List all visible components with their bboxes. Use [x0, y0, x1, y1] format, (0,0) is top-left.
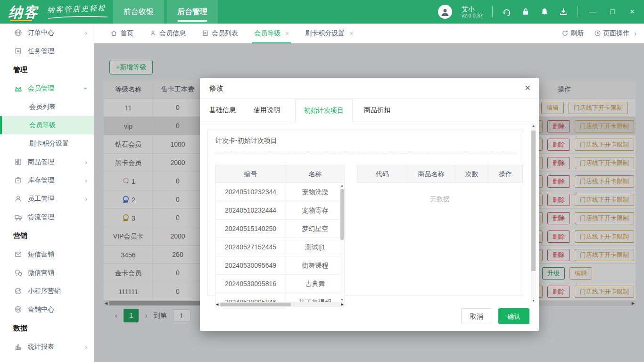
- close-tab-icon[interactable]: ×: [285, 30, 289, 37]
- sidebar-item-货流管理[interactable]: 货流管理: [0, 208, 94, 226]
- count-items-source-table: 编号 名称 20240510232344宠物洗澡20240510232444宠物…: [215, 165, 345, 302]
- count-item-row[interactable]: 20240530095846拉丁舞课程: [215, 293, 344, 302]
- scrollbar-thumb[interactable]: [531, 131, 536, 271]
- scroll-right-icon[interactable]: ▶: [341, 302, 344, 307]
- edit-modal: 修改 × 基础信息使用说明初始计次项目商品折扣 计次卡-初始计次项目 编号 名称…: [200, 78, 539, 331]
- item-id: 20240530095816: [215, 275, 286, 293]
- tab-会员信息[interactable]: 会员信息: [149, 24, 186, 43]
- item-name: 测试tj1: [286, 238, 344, 256]
- sidebar-item-会员管理[interactable]: 会员管理›: [0, 79, 94, 98]
- modal-title: 修改: [209, 84, 223, 93]
- modal-tab-初始计次项目[interactable]: 初始计次项目: [295, 99, 353, 122]
- sidebar-item-任务管理[interactable]: 任务管理: [0, 42, 94, 60]
- count-item-row[interactable]: 20240530095816古典舞: [215, 275, 344, 293]
- modal-tab-使用说明[interactable]: 使用说明: [254, 99, 280, 122]
- source-table-vscrollbar[interactable]: ▲ ▼: [340, 183, 344, 302]
- wechat-icon: [14, 269, 23, 277]
- sidebar-item-员工管理[interactable]: 员工管理›: [0, 189, 94, 208]
- sidebar-item-短信营销[interactable]: 短信营销: [0, 245, 94, 263]
- app-slogan: 纳客管店史轻松: [47, 4, 107, 15]
- target-icon: [14, 305, 23, 314]
- tab-会员列表[interactable]: 会员列表: [202, 24, 238, 43]
- scroll-down-icon[interactable]: ▼: [340, 298, 344, 301]
- col-name: 名称: [286, 165, 344, 182]
- sidebar-item-会员等级[interactable]: 会员等级: [0, 116, 94, 134]
- avatar[interactable]: [438, 5, 452, 19]
- col-id: 编号: [215, 165, 286, 182]
- topnav-后台管理[interactable]: 后台管理: [167, 0, 218, 24]
- selected-items-table: 代码商品名称次数操作 无数据: [357, 165, 523, 302]
- count-item-row[interactable]: 20240515140250梦幻星空: [215, 220, 344, 238]
- scroll-up-icon[interactable]: ▲: [531, 124, 536, 127]
- scroll-down-icon[interactable]: ▼: [531, 299, 536, 302]
- divider: [492, 6, 493, 17]
- item-name: 拉丁舞课程: [286, 293, 344, 302]
- modal-tab-基础信息[interactable]: 基础信息: [209, 99, 236, 122]
- sidebar-item-库存管理[interactable]: 库存管理›: [0, 171, 94, 189]
- dashed-divider: [215, 152, 516, 152]
- divider: [578, 6, 578, 17]
- tab-会员等级[interactable]: 会员等级×: [254, 24, 289, 43]
- chevron-right-icon: ›: [85, 176, 87, 184]
- sidebar: 订单中心›任务管理管理会员管理›会员列表会员等级刷卡积分设置商品管理›库存管理›…: [0, 24, 94, 362]
- count-item-row[interactable]: 20240510232344宠物洗澡: [215, 183, 344, 201]
- modal-tab-商品折扣[interactable]: 商品折扣: [364, 99, 390, 122]
- modal-footer: 取消 确认: [461, 308, 529, 324]
- tab-首页[interactable]: 首页: [110, 24, 133, 43]
- topnav-前台收银[interactable]: 前台收银: [113, 0, 164, 24]
- chevron-right-icon: ›: [85, 195, 87, 203]
- scroll-left-icon[interactable]: ◀: [216, 302, 218, 307]
- count-item-row[interactable]: 20240527152445测试tj1: [215, 238, 344, 256]
- bell-icon[interactable]: [540, 7, 549, 16]
- chevron-right-icon: ›: [85, 343, 87, 351]
- source-table-hscrollbar[interactable]: ◀ ▶: [215, 302, 345, 307]
- minimize-button[interactable]: —: [587, 8, 598, 16]
- close-tab-icon[interactable]: ×: [349, 30, 353, 37]
- sidebar-item-微信营销[interactable]: 微信营销: [0, 263, 94, 282]
- item-id: 20240527152445: [215, 238, 286, 256]
- confirm-button[interactable]: 确认: [498, 308, 529, 324]
- list-icon: [202, 30, 209, 37]
- item-name: 宠物寄存: [286, 201, 344, 219]
- count-item-row[interactable]: 20240530095649街舞课程: [215, 256, 344, 275]
- item-id: 20240530095846: [215, 293, 286, 302]
- miniprogram-icon: [14, 287, 23, 296]
- modal-close-icon[interactable]: ×: [525, 82, 530, 93]
- page-operations-button[interactable]: 页面操作›: [594, 29, 636, 38]
- chevron-right-icon: ›: [85, 29, 87, 37]
- sidebar-item-订单中心[interactable]: 订单中心›: [0, 24, 94, 42]
- modal-vscrollbar[interactable]: ▲ ▼: [531, 123, 536, 303]
- sidebar-item-刷卡积分设置[interactable]: 刷卡积分设置: [0, 134, 94, 153]
- inventory-icon: [14, 176, 23, 185]
- sidebar-item-会员列表[interactable]: 会员列表: [0, 98, 94, 116]
- lock-icon[interactable]: [521, 7, 530, 16]
- staff-icon: [14, 195, 23, 203]
- sidebar-item-统计报表[interactable]: 统计报表›: [0, 337, 94, 356]
- support-icon[interactable]: [502, 7, 512, 16]
- tab-刷卡积分设置[interactable]: 刷卡积分设置×: [305, 24, 353, 43]
- close-window-button[interactable]: ×: [627, 8, 637, 16]
- sidebar-item-商品管理[interactable]: 商品管理›: [0, 153, 94, 171]
- app-logo: 纳客: [8, 3, 39, 22]
- app-version: v2.0.0.37: [462, 13, 483, 19]
- col-操作: 操作: [488, 165, 522, 182]
- sidebar-item-小程序营销[interactable]: 小程序营销: [0, 282, 94, 300]
- scroll-up-icon[interactable]: ▲: [340, 184, 344, 187]
- maximize-button[interactable]: □: [607, 8, 618, 16]
- col-代码: 代码: [357, 165, 407, 182]
- globe-icon: [14, 29, 23, 37]
- sidebar-item-营销中心[interactable]: 营销中心: [0, 300, 94, 319]
- item-name: 街舞课程: [286, 256, 344, 274]
- count-item-row[interactable]: 20240510232444宠物寄存: [215, 201, 344, 220]
- count-items-panel: 计次卡-初始计次项目 编号 名称 20240510232344宠物洗澡20240…: [207, 130, 523, 296]
- cancel-button[interactable]: 取消: [461, 308, 492, 324]
- refresh-button[interactable]: 刷新: [561, 29, 584, 38]
- item-id: 20240510232344: [215, 183, 286, 201]
- scrollbar-thumb[interactable]: [340, 189, 344, 240]
- item-id: 20240530095649: [215, 256, 286, 274]
- panel-title: 计次卡-初始计次项目: [215, 137, 277, 145]
- scrollbar-thumb[interactable]: [220, 303, 291, 306]
- download-icon[interactable]: [559, 7, 568, 16]
- empty-state-text: 无数据: [357, 183, 523, 239]
- chevron-down-icon: ›: [82, 87, 90, 90]
